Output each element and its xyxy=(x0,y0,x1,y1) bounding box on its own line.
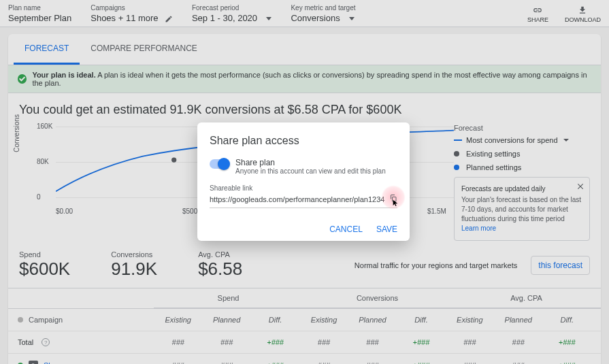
cursor-icon xyxy=(392,199,399,207)
link-label: Shareable link xyxy=(210,184,397,192)
share-toggle[interactable] xyxy=(210,159,229,169)
share-plan-modal: Share plan access Share plan Anyone in t… xyxy=(197,122,410,241)
modal-title: Share plan access xyxy=(210,135,397,147)
copy-link-button[interactable] xyxy=(389,193,397,205)
cancel-button[interactable]: CANCEL xyxy=(329,225,363,234)
save-button[interactable]: SAVE xyxy=(376,225,397,234)
toggle-subtitle: Anyone in this account can view and edit… xyxy=(235,167,386,175)
link-value: https://googleads.com/performanceplanner… xyxy=(210,195,389,203)
toggle-title: Share plan xyxy=(235,158,386,167)
shareable-link-field[interactable]: https://googleads.com/performanceplanner… xyxy=(210,193,397,208)
